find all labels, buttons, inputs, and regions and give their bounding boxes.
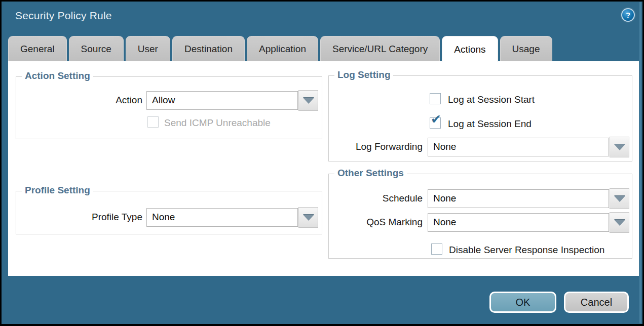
schedule-dropdown-button[interactable] bbox=[610, 188, 629, 209]
other-settings-legend: Other Settings bbox=[334, 168, 407, 179]
log-at-session-start-label: Log at Session Start bbox=[448, 94, 535, 105]
help-icon[interactable]: ? bbox=[621, 8, 635, 22]
ok-button[interactable]: OK bbox=[489, 292, 556, 313]
tab-label: Actions bbox=[454, 44, 485, 55]
log-forwarding-dropdown-button[interactable] bbox=[610, 137, 629, 157]
help-glyph: ? bbox=[626, 11, 630, 19]
tab-service-url-category[interactable]: Service/URL Category bbox=[320, 36, 440, 61]
qos-marking-dropdown-button[interactable] bbox=[610, 212, 629, 233]
tab-general[interactable]: General bbox=[8, 36, 67, 61]
cancel-button-label: Cancel bbox=[581, 297, 612, 308]
cancel-button[interactable]: Cancel bbox=[564, 292, 629, 313]
log-at-session-end-label: Log at Session End bbox=[448, 118, 532, 130]
action-dropdown-button[interactable] bbox=[298, 90, 318, 111]
schedule-dropdown[interactable]: None bbox=[428, 189, 609, 208]
profile-type-dropdown[interactable]: None bbox=[146, 208, 298, 227]
action-label: Action bbox=[16, 95, 142, 106]
tab-label: Source bbox=[81, 44, 111, 55]
log-setting-legend: Log Setting bbox=[334, 69, 393, 80]
tab-label: User bbox=[138, 44, 158, 55]
disable-server-response-inspection-checkbox[interactable]: ✔ bbox=[431, 243, 442, 255]
tab-actions[interactable]: Actions bbox=[442, 36, 498, 62]
check-icon: ✔ bbox=[431, 113, 441, 126]
profile-type-label: Profile Type bbox=[16, 212, 142, 223]
log-forwarding-dropdown[interactable]: None bbox=[428, 138, 609, 156]
profile-type-dropdown-button[interactable] bbox=[298, 207, 318, 228]
profile-setting-group: Profile Setting Profile Type None bbox=[16, 191, 322, 234]
tab-label: Destination bbox=[184, 44, 233, 55]
send-icmp-unreachable-label: Send ICMP Unreachable bbox=[164, 117, 271, 129]
tab-content-panel: Action Setting Action Allow ✔ Send ICMP … bbox=[8, 61, 639, 276]
log-at-session-start-checkbox[interactable]: ✔ bbox=[430, 93, 441, 104]
ok-button-label: OK bbox=[516, 297, 531, 308]
chevron-down-icon bbox=[614, 144, 625, 150]
log-forwarding-label: Log Forwarding bbox=[329, 141, 423, 152]
dialog-title: Security Policy Rule bbox=[15, 10, 112, 22]
log-setting-group: Log Setting ✔ Log at Session Start ✔ Log… bbox=[328, 75, 632, 161]
chevron-down-icon bbox=[614, 196, 625, 202]
chevron-down-icon bbox=[303, 215, 314, 221]
tab-usage[interactable]: Usage bbox=[500, 36, 552, 61]
action-dropdown[interactable]: Allow bbox=[146, 91, 298, 110]
tab-label: Service/URL Category bbox=[332, 44, 428, 55]
other-settings-group: Other Settings Schedule None QoS Marking… bbox=[328, 174, 632, 259]
tab-source[interactable]: Source bbox=[69, 36, 124, 61]
tab-bar: General Source User Destination Applicat… bbox=[8, 36, 552, 61]
log-at-session-end-checkbox[interactable]: ✔ bbox=[430, 117, 441, 129]
qos-marking-label: QoS Marking bbox=[329, 217, 423, 228]
tab-label: Application bbox=[259, 44, 306, 55]
chevron-down-icon bbox=[303, 98, 314, 104]
disable-server-response-inspection-label: Disable Server Response Inspection bbox=[449, 244, 604, 256]
send-icmp-unreachable-checkbox: ✔ bbox=[147, 116, 159, 128]
action-setting-legend: Action Setting bbox=[22, 70, 93, 82]
window-edge-highlight bbox=[639, 2, 641, 323]
tab-destination[interactable]: Destination bbox=[172, 36, 245, 61]
schedule-label: Schedule bbox=[329, 193, 423, 204]
chevron-down-icon bbox=[614, 220, 625, 226]
tab-label: Usage bbox=[512, 44, 540, 55]
tab-label: General bbox=[20, 44, 55, 55]
qos-marking-dropdown[interactable]: None bbox=[428, 213, 609, 232]
action-setting-group: Action Setting Action Allow ✔ Send ICMP … bbox=[16, 76, 322, 139]
security-policy-rule-dialog: Security Policy Rule ? General Source Us… bbox=[2, 2, 642, 324]
tab-application[interactable]: Application bbox=[247, 36, 318, 61]
profile-setting-legend: Profile Setting bbox=[22, 185, 93, 196]
tab-user[interactable]: User bbox=[126, 36, 170, 61]
